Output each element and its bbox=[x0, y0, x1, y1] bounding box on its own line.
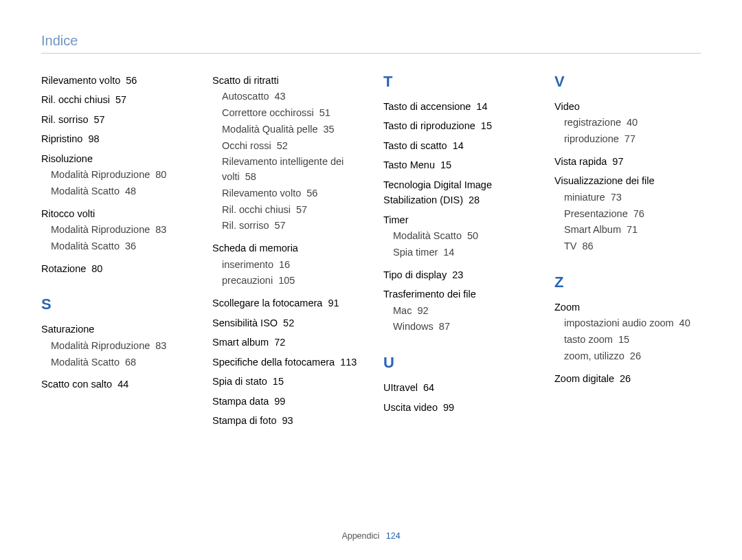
index-subentry[interactable]: tasto zoom15 bbox=[554, 333, 701, 348]
index-subentry[interactable]: Modalità Scatto48 bbox=[41, 184, 188, 199]
index-entry[interactable]: Stampa data99 bbox=[212, 394, 359, 409]
index-entry[interactable]: Ril. sorriso57 bbox=[41, 112, 188, 127]
index-entry[interactable]: Ril. occhi chiusi57 bbox=[41, 92, 188, 107]
index-entry[interactable]: Sensibilità ISO52 bbox=[212, 315, 359, 331]
index-entry[interactable]: Visualizzazione dei file bbox=[554, 173, 701, 188]
index-entry-page: 14 bbox=[471, 101, 487, 112]
index-subentry[interactable]: Ril. occhi chiusi57 bbox=[212, 203, 359, 218]
index-subentry[interactable]: Spia timer14 bbox=[383, 245, 530, 260]
index-entry[interactable]: Zoom bbox=[554, 300, 701, 315]
index-subentry[interactable]: Modalità Scatto50 bbox=[383, 229, 530, 244]
index-subentry[interactable]: Smart Album71 bbox=[554, 223, 701, 238]
index-subentry[interactable]: Correttore occhirossi51 bbox=[212, 106, 359, 121]
index-subentry-label: riproduzione bbox=[564, 133, 619, 144]
index-subentry[interactable]: Ril. sorriso57 bbox=[212, 219, 359, 234]
index-entry[interactable]: Scollegare la fotocamera91 bbox=[212, 295, 359, 311]
index-entry-label: Scatto con salto bbox=[41, 379, 112, 390]
index-entry-page: 15 bbox=[475, 120, 492, 131]
section-letter: S bbox=[41, 295, 188, 313]
index-subentry-page: 36 bbox=[120, 240, 136, 251]
index-entry[interactable]: Stampa di foto93 bbox=[212, 413, 359, 428]
index-subentry[interactable]: Modalità Riproduzione83 bbox=[41, 223, 188, 238]
index-subentry[interactable]: zoom, utilizzo26 bbox=[554, 349, 701, 364]
index-entry[interactable]: Risoluzione bbox=[41, 151, 188, 166]
index-subentry-page: 83 bbox=[150, 224, 166, 235]
index-entry[interactable]: Tasto Menu15 bbox=[383, 157, 530, 172]
index-entry-label: Smart album bbox=[212, 337, 269, 348]
index-entry[interactable]: Scheda di memoria bbox=[212, 240, 359, 256]
index-subentry[interactable]: Presentazione76 bbox=[554, 207, 701, 222]
index-entry[interactable]: Tasto di accensione14 bbox=[383, 99, 530, 114]
footer: Appendici 124 bbox=[0, 531, 742, 541]
index-subentry[interactable]: Occhi rossi52 bbox=[212, 139, 359, 154]
index-subentry-page: 16 bbox=[273, 259, 290, 270]
index-subentry[interactable]: miniature73 bbox=[554, 190, 701, 205]
index-subentry[interactable]: registrazione40 bbox=[554, 115, 701, 131]
index-subentry-label: Mac bbox=[393, 305, 412, 316]
index-subentry[interactable]: Modalità Scatto68 bbox=[41, 355, 188, 370]
index-subentry[interactable]: TV86 bbox=[554, 239, 701, 254]
index-subentry[interactable]: Rilevamento intelligente dei volti58 bbox=[212, 155, 359, 185]
index-entry[interactable]: Rilevamento volto56 bbox=[41, 73, 188, 88]
index-subentry[interactable]: Autoscatto43 bbox=[212, 89, 359, 104]
index-entry-label: Vista rapida bbox=[554, 156, 607, 167]
index-entry[interactable]: UItravel64 bbox=[383, 380, 530, 395]
index-entry[interactable]: Tasto di riproduzione15 bbox=[383, 118, 530, 133]
section-letter: T bbox=[383, 73, 530, 91]
index-subentry[interactable]: Modalità Riproduzione80 bbox=[41, 168, 188, 183]
index-entry[interactable]: Tipo di display23 bbox=[383, 267, 530, 282]
index-entry[interactable]: Rotazione80 bbox=[41, 261, 188, 276]
index-subentry-label: Ril. occhi chiusi bbox=[222, 204, 291, 215]
index-entry[interactable]: Saturazione bbox=[41, 322, 188, 337]
index-entry[interactable]: Scatto con salto44 bbox=[41, 377, 188, 392]
index-entry[interactable]: Specifiche della fotocamera113 bbox=[212, 355, 359, 370]
index-entry[interactable]: Vista rapida97 bbox=[554, 154, 701, 169]
index-entry-label: Tasto di scatto bbox=[383, 140, 447, 151]
index-entry-label: Zoom digitale bbox=[554, 373, 614, 384]
index-subentry-group: Autoscatto43Correttore occhirossi51Modal… bbox=[212, 89, 359, 234]
index-entry-page: 72 bbox=[269, 337, 285, 348]
index-entry-label: Ril. occhi chiusi bbox=[41, 94, 110, 105]
index-entry-page: 15 bbox=[435, 159, 451, 170]
index-subentry[interactable]: Modalità Qualità pelle35 bbox=[212, 122, 359, 137]
index-entry[interactable]: Tecnologia Digital Image Stabilization (… bbox=[383, 177, 530, 208]
index-subentry-label: Rilevamento volto bbox=[222, 188, 301, 199]
index-subentry[interactable]: Modalità Scatto36 bbox=[41, 239, 188, 254]
index-entry[interactable]: Video bbox=[554, 99, 701, 114]
index-subentry[interactable]: Rilevamento volto56 bbox=[212, 186, 359, 201]
index-subentry-page: 105 bbox=[273, 275, 295, 286]
index-entry[interactable]: Ripristino98 bbox=[41, 131, 188, 146]
index-subentry-page: 15 bbox=[613, 334, 629, 345]
index-subentry[interactable]: Mac92 bbox=[383, 304, 530, 319]
index-subentry-label: Correttore occhirossi bbox=[222, 107, 314, 118]
index-subentry-label: TV bbox=[564, 240, 577, 251]
index-subentry-label: Modalità Qualità pelle bbox=[222, 124, 317, 135]
index-entry[interactable]: Trasferimento dei file bbox=[383, 287, 530, 302]
index-subentry-page: 26 bbox=[625, 350, 641, 361]
index-entry[interactable]: Scatto di ritratti bbox=[212, 73, 359, 88]
index-entry-label: Tasto di riproduzione bbox=[383, 120, 475, 131]
index-entry[interactable]: Tasto di scatto14 bbox=[383, 138, 530, 153]
index-subentry-page: 57 bbox=[269, 220, 285, 231]
index-subentry[interactable]: Modalità Riproduzione83 bbox=[41, 339, 188, 354]
index-subentry[interactable]: Windows87 bbox=[383, 320, 530, 335]
index-entry[interactable]: Ritocco volti bbox=[41, 206, 188, 221]
index-subentry-group: Modalità Scatto50Spia timer14 bbox=[383, 229, 530, 260]
index-subentry-group: Modalità Riproduzione83Modalità Scatto68 bbox=[41, 339, 188, 370]
index-entry[interactable]: Smart album72 bbox=[212, 335, 359, 350]
index-entry[interactable]: Timer bbox=[383, 212, 530, 227]
index-subentry[interactable]: precauzioni105 bbox=[212, 273, 359, 289]
index-entry-page: 26 bbox=[614, 373, 631, 384]
index-subentry-label: Spia timer bbox=[393, 247, 438, 258]
index-subentry-page: 48 bbox=[120, 186, 136, 197]
index-subentry[interactable]: riproduzione77 bbox=[554, 132, 701, 147]
index-entry[interactable]: Zoom digitale26 bbox=[554, 371, 701, 386]
index-subentry[interactable]: inserimento16 bbox=[212, 258, 359, 273]
index-entry[interactable]: Spia di stato15 bbox=[212, 374, 359, 389]
index-entry-label: UItravel bbox=[383, 382, 418, 393]
index-subentry-label: Ril. sorriso bbox=[222, 220, 269, 231]
index-subentry[interactable]: impostazioni audio zoom40 bbox=[554, 316, 701, 331]
index-column: VVideoregistrazione40riproduzione77Vista… bbox=[554, 73, 701, 432]
index-entry[interactable]: Uscita video99 bbox=[383, 400, 530, 415]
index-entry-page: 23 bbox=[447, 269, 463, 280]
